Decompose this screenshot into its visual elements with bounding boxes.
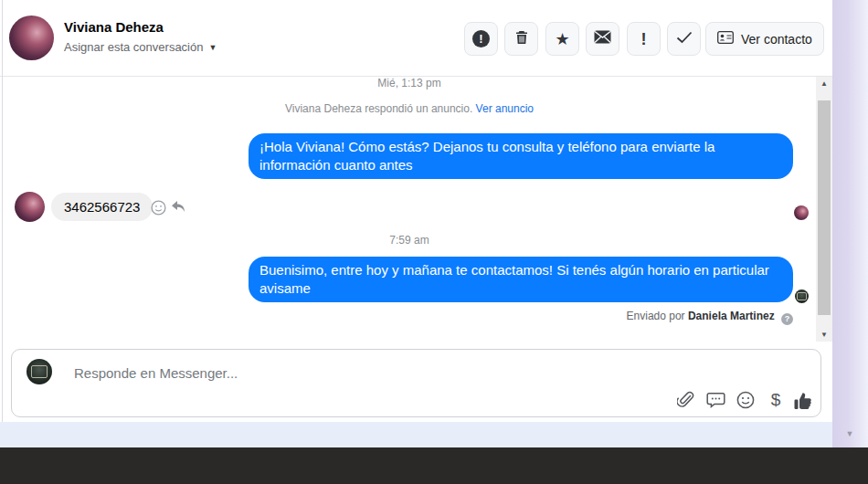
outgoing-message-bubble[interactable]: Buenisimo, entre hoy y mañana te contact…: [249, 257, 793, 302]
chevron-down-icon: ▼: [208, 43, 217, 52]
dollar-icon: $: [771, 390, 781, 410]
contact-card-icon: [717, 31, 734, 47]
page-background-bottom: [0, 422, 832, 447]
exclamation-icon: !: [641, 31, 647, 47]
like-button[interactable]: [793, 390, 813, 410]
scrollbar-up-icon[interactable]: ▲: [816, 77, 832, 90]
attach-file-button[interactable]: [675, 390, 695, 410]
incoming-message-bubble[interactable]: 3462566723: [51, 193, 153, 221]
system-event-text: Viviana Deheza respondió un anuncio.: [285, 102, 472, 115]
react-emoji-button[interactable]: [150, 199, 166, 216]
follow-up-button[interactable]: ★: [545, 22, 579, 56]
ver-contacto-label: Ver contacto: [741, 32, 812, 47]
sent-by-prefix: Enviado por: [627, 310, 685, 322]
messenger-inbox-window: Viviana Deheza Asignar esta conversación…: [0, 0, 832, 422]
trash-icon: [513, 29, 530, 49]
message-text: ¡Hola Viviana! Cómo estás? Dejanos tu co…: [259, 139, 715, 173]
sent-by-line: Enviado por Daniela Martinez ?: [0, 310, 793, 325]
outgoing-message-bubble[interactable]: ¡Hola Viviana! Cómo estás? Dejanos tu co…: [249, 133, 793, 179]
envelope-icon: [594, 30, 611, 47]
mark-important-button[interactable]: !: [627, 22, 661, 56]
ver-anuncio-link[interactable]: Ver anuncio: [476, 102, 534, 115]
saved-replies-button[interactable]: [705, 390, 725, 410]
page-scroll-down-icon[interactable]: ▼: [837, 429, 863, 438]
delete-button[interactable]: [504, 22, 538, 56]
reply-input[interactable]: [72, 361, 624, 384]
report-icon: !: [472, 30, 490, 47]
mark-done-button[interactable]: [667, 22, 701, 56]
assign-label: Asignar esta conversación: [64, 40, 203, 54]
date-header: Mié, 1:13 pm: [7, 77, 811, 89]
contact-avatar-small[interactable]: [15, 192, 45, 222]
seen-indicator-avatar: [794, 205, 809, 220]
mark-unread-button[interactable]: [586, 22, 619, 56]
page-logo-avatar: [26, 359, 52, 384]
page-background-right: [832, 0, 868, 447]
panel-left-divider: [2, 0, 3, 422]
chat-scrollbar-thumb[interactable]: [818, 100, 831, 315]
emoji-button[interactable]: [736, 390, 756, 410]
report-button[interactable]: !: [464, 22, 498, 56]
message-text: Buenisimo, entre hoy y mañana te contact…: [259, 262, 769, 296]
conversation-header: Viviana Deheza Asignar esta conversación…: [0, 0, 832, 77]
help-icon[interactable]: ?: [781, 313, 793, 325]
time-header: 7:59 am: [7, 234, 811, 247]
reply-button[interactable]: [170, 198, 186, 215]
ver-contacto-button[interactable]: Ver contacto: [705, 22, 824, 56]
contact-avatar[interactable]: [9, 16, 54, 60]
reply-composer[interactable]: [11, 349, 821, 417]
contact-name: Viviana Deheza: [64, 19, 164, 35]
windows-taskbar: ESP 07:59 26/7/2024 4: [0, 447, 868, 484]
check-icon: [676, 31, 693, 47]
sent-by-name: Daniela Martinez: [688, 310, 775, 322]
assign-conversation-dropdown[interactable]: Asignar esta conversación ▼: [64, 40, 217, 54]
message-text: 3462566723: [64, 199, 140, 215]
scrollbar-down-icon[interactable]: ▼: [816, 328, 832, 342]
system-event-line: Viviana Deheza respondió un anuncio. Ver…: [7, 102, 811, 115]
page-logo-delivery-indicator: [795, 289, 809, 303]
payment-button[interactable]: $: [766, 390, 786, 410]
star-icon: ★: [555, 31, 569, 47]
